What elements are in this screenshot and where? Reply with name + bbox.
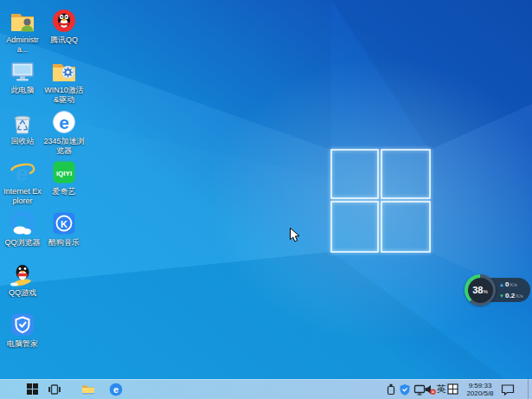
desktop-icon-label: 回收站 bbox=[2, 137, 43, 146]
recycle-bin-icon bbox=[9, 108, 36, 136]
memory-usage-ball[interactable]: 38% bbox=[465, 274, 496, 306]
folder-user-icon bbox=[9, 7, 36, 35]
download-value: 0.2 bbox=[505, 292, 515, 299]
security-shield-icon bbox=[399, 383, 411, 396]
memory-percent: 38 bbox=[472, 285, 483, 295]
upload-arrow-icon: ▲ bbox=[498, 282, 505, 287]
upload-unit: K/s bbox=[510, 282, 517, 287]
desktop-icon-recycle-bin[interactable]: 回收站 bbox=[2, 108, 43, 158]
task-view-icon bbox=[48, 383, 61, 396]
clock-time: 9:59:33 bbox=[469, 382, 492, 389]
desktop-icon-label: 2345加速浏览器 bbox=[43, 137, 85, 156]
desktop-icon-win10-activation[interactable]: WIN10激活&驱动 bbox=[43, 57, 85, 106]
upload-value: 0 bbox=[505, 280, 509, 288]
tray-clock[interactable]: 9:59:33 2020/5/8 bbox=[462, 379, 498, 399]
tray-ime-language[interactable]: 英 bbox=[435, 379, 447, 399]
tray-ime-keyboard[interactable] bbox=[446, 379, 458, 399]
clock-date: 2020/5/8 bbox=[466, 389, 493, 397]
kugou-letter: K bbox=[61, 219, 67, 229]
desktop-icon-2345-browser[interactable]: e 2345加速浏览器 bbox=[43, 108, 85, 158]
desktop-icon-label: 酷狗音乐 bbox=[43, 238, 85, 248]
desktop-icon-label: WIN10激活&驱动 bbox=[43, 86, 85, 105]
desktop-icon-label: Internet Explorer bbox=[2, 187, 43, 206]
download-arrow-icon: ▼ bbox=[498, 293, 505, 299]
iqiyi-icon: iQIYI bbox=[50, 158, 78, 186]
volume-muted-icon bbox=[424, 383, 436, 396]
tray-volume-muted[interactable] bbox=[423, 379, 436, 399]
file-explorer-icon bbox=[81, 383, 95, 396]
file-explorer-button[interactable] bbox=[76, 379, 100, 399]
tray-security-shield[interactable] bbox=[399, 379, 411, 399]
desktop-icon-label: 此电脑 bbox=[2, 86, 43, 95]
tray-usb-device[interactable] bbox=[385, 379, 397, 399]
desktop: Administra... 此电脑 回收站 e Internet Explore… bbox=[0, 0, 532, 399]
action-center-button[interactable] bbox=[499, 379, 516, 399]
pc-manager-icon bbox=[9, 311, 36, 338]
taskbar: e bbox=[0, 379, 532, 399]
this-pc-icon bbox=[9, 57, 36, 85]
speed-ball-widget[interactable]: 38% ▲ 0 K/s ▼ 0.2 K/s bbox=[465, 274, 531, 306]
ime-language-label: 英 bbox=[437, 383, 446, 396]
desktop-icon-label: QQ浏览器 bbox=[2, 238, 43, 248]
e-letter: e bbox=[113, 384, 119, 395]
start-button[interactable] bbox=[21, 379, 43, 399]
desktop-icon-label: QQ游戏 bbox=[2, 288, 43, 298]
browser-2345-taskbar-button[interactable]: e bbox=[104, 379, 128, 399]
task-view-button[interactable] bbox=[43, 379, 66, 399]
download-speed-row: ▼ 0.2 K/s bbox=[498, 290, 529, 301]
desktop-icon-label: 腾讯QQ bbox=[43, 35, 85, 45]
desktop-icon-pc-manager[interactable]: 电脑管家 bbox=[2, 311, 43, 360]
qq-game-icon bbox=[9, 260, 36, 287]
desktop-icon-label: Administra... bbox=[2, 35, 43, 55]
mouse-cursor bbox=[289, 227, 301, 243]
action-center-icon bbox=[501, 383, 515, 396]
ime-keyboard-icon bbox=[447, 383, 458, 395]
tencent-qq-icon bbox=[50, 7, 78, 35]
desktop-icon-tencent-qq[interactable]: 腾讯QQ bbox=[43, 7, 85, 56]
desktop-icon-label: 爱奇艺 bbox=[43, 187, 85, 196]
desktop-icon-this-pc[interactable]: 此电脑 bbox=[2, 57, 43, 106]
qq-browser-icon bbox=[9, 209, 36, 237]
browser-2345-icon: e bbox=[50, 108, 78, 136]
folder-gear-icon bbox=[50, 57, 78, 85]
windows-start-icon bbox=[26, 383, 39, 396]
internet-explorer-icon: e bbox=[9, 158, 36, 186]
e-letter: e bbox=[59, 113, 69, 132]
upload-speed-row: ▲ 0 K/s bbox=[498, 279, 529, 290]
desktop-icon-administrator[interactable]: Administra... bbox=[2, 7, 43, 56]
desktop-icon-iqiyi[interactable]: iQIYI 爱奇艺 bbox=[43, 158, 85, 208]
show-desktop-button[interactable] bbox=[528, 379, 532, 399]
desktop-icon-label: 电脑管家 bbox=[2, 339, 43, 349]
usb-device-icon bbox=[386, 383, 396, 396]
iqiyi-wordmark: iQIYI bbox=[56, 170, 72, 177]
desktop-icon-qq-browser[interactable]: QQ浏览器 bbox=[2, 209, 43, 259]
percent-sign: % bbox=[483, 289, 487, 294]
desktop-icon-internet-explorer[interactable]: e Internet Explorer bbox=[2, 158, 43, 208]
browser-e-icon: e bbox=[109, 383, 123, 396]
desktop-icon-kugou-music[interactable]: K 酷狗音乐 bbox=[43, 209, 85, 259]
download-unit: K/s bbox=[516, 293, 523, 299]
kugou-music-icon: K bbox=[50, 209, 78, 237]
desktop-icon-qq-game[interactable]: QQ游戏 bbox=[2, 260, 43, 309]
